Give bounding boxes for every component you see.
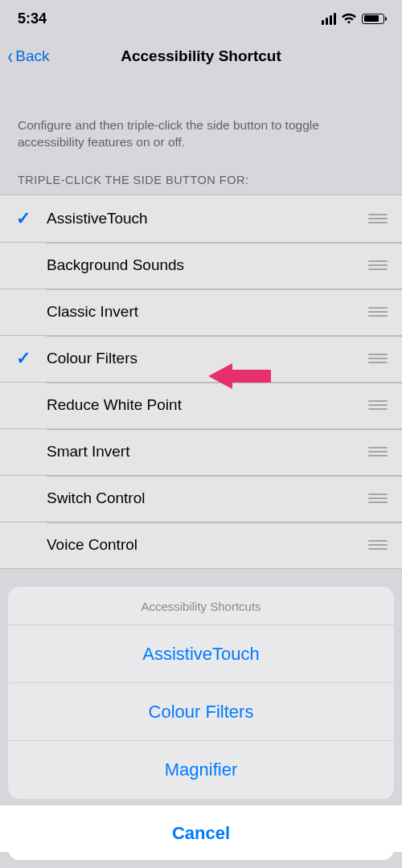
- action-sheet-options: Accessibility Shortcuts AssistiveTouch C…: [8, 587, 394, 799]
- sheet-option-assistivetouch[interactable]: AssistiveTouch: [8, 625, 394, 683]
- sheet-option-magnifier[interactable]: Magnifier: [8, 741, 394, 799]
- cancel-button[interactable]: Cancel: [8, 807, 394, 860]
- action-sheet-title: Accessibility Shortcuts: [8, 587, 394, 625]
- action-sheet: Accessibility Shortcuts AssistiveTouch C…: [8, 587, 394, 860]
- sheet-option-colour-filters[interactable]: Colour Filters: [8, 683, 394, 741]
